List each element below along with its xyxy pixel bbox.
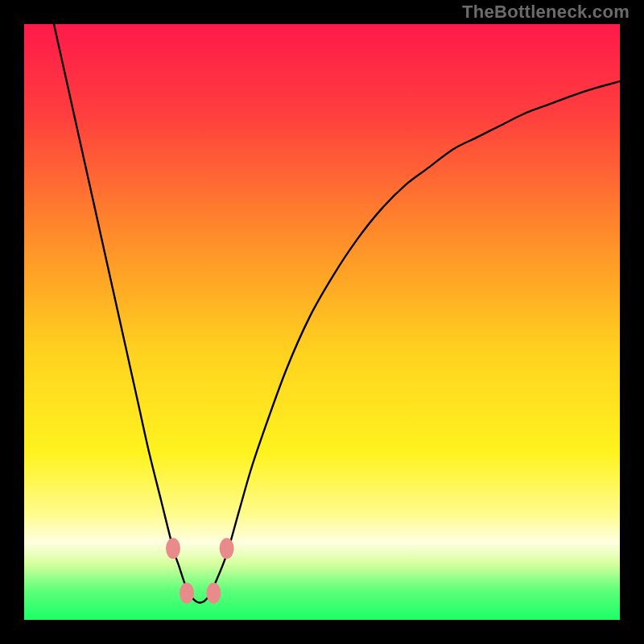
plot-area	[24, 24, 620, 620]
markers-group	[166, 538, 234, 604]
marker-left-upper	[166, 538, 180, 559]
watermark-text: TheBottleneck.com	[462, 2, 630, 23]
marker-right-lower	[206, 583, 221, 604]
curve-layer	[24, 24, 620, 620]
chart-frame: TheBottleneck.com	[0, 0, 644, 644]
bottleneck-curve	[54, 24, 620, 603]
marker-right-upper	[220, 538, 234, 559]
marker-left-lower	[180, 583, 194, 604]
